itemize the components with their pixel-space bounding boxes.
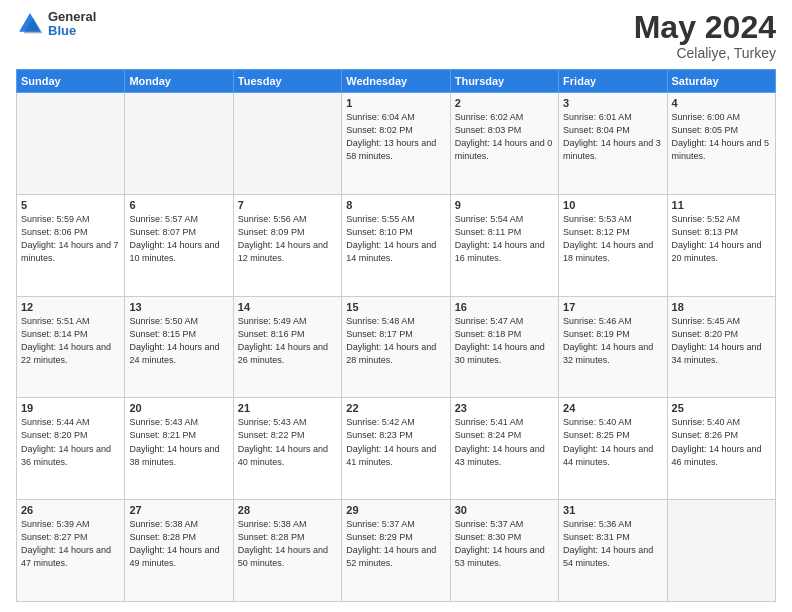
cell-content: Sunrise: 5:59 AM Sunset: 8:06 PM Dayligh…: [21, 213, 120, 265]
day-number: 25: [672, 402, 771, 414]
calendar-cell: 14Sunrise: 5:49 AM Sunset: 8:16 PM Dayli…: [233, 296, 341, 398]
cell-content: Sunrise: 6:01 AM Sunset: 8:04 PM Dayligh…: [563, 111, 662, 163]
location: Celaliye, Turkey: [634, 45, 776, 61]
cell-content: Sunrise: 5:38 AM Sunset: 8:28 PM Dayligh…: [129, 518, 228, 570]
calendar-week-row: 5Sunrise: 5:59 AM Sunset: 8:06 PM Daylig…: [17, 194, 776, 296]
day-number: 30: [455, 504, 554, 516]
weekday-header: Monday: [125, 70, 233, 93]
calendar-cell: [667, 500, 775, 602]
cell-content: Sunrise: 6:04 AM Sunset: 8:02 PM Dayligh…: [346, 111, 445, 163]
calendar-cell: [17, 93, 125, 195]
cell-content: Sunrise: 5:37 AM Sunset: 8:29 PM Dayligh…: [346, 518, 445, 570]
calendar-cell: 29Sunrise: 5:37 AM Sunset: 8:29 PM Dayli…: [342, 500, 450, 602]
weekday-header: Friday: [559, 70, 667, 93]
calendar-cell: 13Sunrise: 5:50 AM Sunset: 8:15 PM Dayli…: [125, 296, 233, 398]
cell-content: Sunrise: 5:52 AM Sunset: 8:13 PM Dayligh…: [672, 213, 771, 265]
cell-content: Sunrise: 5:57 AM Sunset: 8:07 PM Dayligh…: [129, 213, 228, 265]
calendar-cell: 9Sunrise: 5:54 AM Sunset: 8:11 PM Daylig…: [450, 194, 558, 296]
day-number: 23: [455, 402, 554, 414]
cell-content: Sunrise: 5:37 AM Sunset: 8:30 PM Dayligh…: [455, 518, 554, 570]
weekday-header: Thursday: [450, 70, 558, 93]
calendar-cell: 31Sunrise: 5:36 AM Sunset: 8:31 PM Dayli…: [559, 500, 667, 602]
day-number: 13: [129, 301, 228, 313]
calendar-cell: 16Sunrise: 5:47 AM Sunset: 8:18 PM Dayli…: [450, 296, 558, 398]
calendar-cell: 12Sunrise: 5:51 AM Sunset: 8:14 PM Dayli…: [17, 296, 125, 398]
day-number: 16: [455, 301, 554, 313]
weekday-header-row: SundayMondayTuesdayWednesdayThursdayFrid…: [17, 70, 776, 93]
header: General Blue May 2024 Celaliye, Turkey: [16, 10, 776, 61]
cell-content: Sunrise: 5:40 AM Sunset: 8:26 PM Dayligh…: [672, 416, 771, 468]
cell-content: Sunrise: 5:36 AM Sunset: 8:31 PM Dayligh…: [563, 518, 662, 570]
calendar-cell: 5Sunrise: 5:59 AM Sunset: 8:06 PM Daylig…: [17, 194, 125, 296]
day-number: 5: [21, 199, 120, 211]
calendar-cell: 20Sunrise: 5:43 AM Sunset: 8:21 PM Dayli…: [125, 398, 233, 500]
day-number: 24: [563, 402, 662, 414]
weekday-header: Wednesday: [342, 70, 450, 93]
calendar-cell: 30Sunrise: 5:37 AM Sunset: 8:30 PM Dayli…: [450, 500, 558, 602]
cell-content: Sunrise: 5:56 AM Sunset: 8:09 PM Dayligh…: [238, 213, 337, 265]
logo-icon: [16, 10, 44, 38]
day-number: 26: [21, 504, 120, 516]
calendar-cell: 26Sunrise: 5:39 AM Sunset: 8:27 PM Dayli…: [17, 500, 125, 602]
calendar-week-row: 26Sunrise: 5:39 AM Sunset: 8:27 PM Dayli…: [17, 500, 776, 602]
calendar-cell: 4Sunrise: 6:00 AM Sunset: 8:05 PM Daylig…: [667, 93, 775, 195]
cell-content: Sunrise: 5:47 AM Sunset: 8:18 PM Dayligh…: [455, 315, 554, 367]
calendar-cell: 1Sunrise: 6:04 AM Sunset: 8:02 PM Daylig…: [342, 93, 450, 195]
calendar-week-row: 12Sunrise: 5:51 AM Sunset: 8:14 PM Dayli…: [17, 296, 776, 398]
calendar-cell: [233, 93, 341, 195]
day-number: 4: [672, 97, 771, 109]
cell-content: Sunrise: 5:38 AM Sunset: 8:28 PM Dayligh…: [238, 518, 337, 570]
cell-content: Sunrise: 5:40 AM Sunset: 8:25 PM Dayligh…: [563, 416, 662, 468]
calendar-cell: 6Sunrise: 5:57 AM Sunset: 8:07 PM Daylig…: [125, 194, 233, 296]
day-number: 27: [129, 504, 228, 516]
day-number: 22: [346, 402, 445, 414]
calendar-cell: 10Sunrise: 5:53 AM Sunset: 8:12 PM Dayli…: [559, 194, 667, 296]
cell-content: Sunrise: 5:45 AM Sunset: 8:20 PM Dayligh…: [672, 315, 771, 367]
calendar-cell: 3Sunrise: 6:01 AM Sunset: 8:04 PM Daylig…: [559, 93, 667, 195]
calendar-cell: 11Sunrise: 5:52 AM Sunset: 8:13 PM Dayli…: [667, 194, 775, 296]
month-title: May 2024: [634, 10, 776, 45]
cell-content: Sunrise: 5:41 AM Sunset: 8:24 PM Dayligh…: [455, 416, 554, 468]
cell-content: Sunrise: 5:43 AM Sunset: 8:22 PM Dayligh…: [238, 416, 337, 468]
calendar-cell: [125, 93, 233, 195]
cell-content: Sunrise: 5:53 AM Sunset: 8:12 PM Dayligh…: [563, 213, 662, 265]
day-number: 9: [455, 199, 554, 211]
cell-content: Sunrise: 5:51 AM Sunset: 8:14 PM Dayligh…: [21, 315, 120, 367]
cell-content: Sunrise: 5:54 AM Sunset: 8:11 PM Dayligh…: [455, 213, 554, 265]
weekday-header: Saturday: [667, 70, 775, 93]
calendar-cell: 22Sunrise: 5:42 AM Sunset: 8:23 PM Dayli…: [342, 398, 450, 500]
day-number: 31: [563, 504, 662, 516]
calendar-cell: 2Sunrise: 6:02 AM Sunset: 8:03 PM Daylig…: [450, 93, 558, 195]
calendar-cell: 8Sunrise: 5:55 AM Sunset: 8:10 PM Daylig…: [342, 194, 450, 296]
cell-content: Sunrise: 5:43 AM Sunset: 8:21 PM Dayligh…: [129, 416, 228, 468]
day-number: 11: [672, 199, 771, 211]
day-number: 15: [346, 301, 445, 313]
weekday-header: Sunday: [17, 70, 125, 93]
day-number: 28: [238, 504, 337, 516]
cell-content: Sunrise: 6:00 AM Sunset: 8:05 PM Dayligh…: [672, 111, 771, 163]
calendar-cell: 18Sunrise: 5:45 AM Sunset: 8:20 PM Dayli…: [667, 296, 775, 398]
day-number: 10: [563, 199, 662, 211]
calendar-cell: 19Sunrise: 5:44 AM Sunset: 8:20 PM Dayli…: [17, 398, 125, 500]
calendar-week-row: 1Sunrise: 6:04 AM Sunset: 8:02 PM Daylig…: [17, 93, 776, 195]
calendar-cell: 24Sunrise: 5:40 AM Sunset: 8:25 PM Dayli…: [559, 398, 667, 500]
calendar-cell: 28Sunrise: 5:38 AM Sunset: 8:28 PM Dayli…: [233, 500, 341, 602]
day-number: 6: [129, 199, 228, 211]
day-number: 1: [346, 97, 445, 109]
calendar-table: SundayMondayTuesdayWednesdayThursdayFrid…: [16, 69, 776, 602]
calendar-cell: 17Sunrise: 5:46 AM Sunset: 8:19 PM Dayli…: [559, 296, 667, 398]
cell-content: Sunrise: 5:42 AM Sunset: 8:23 PM Dayligh…: [346, 416, 445, 468]
calendar-cell: 15Sunrise: 5:48 AM Sunset: 8:17 PM Dayli…: [342, 296, 450, 398]
day-number: 3: [563, 97, 662, 109]
cell-content: Sunrise: 5:46 AM Sunset: 8:19 PM Dayligh…: [563, 315, 662, 367]
cell-content: Sunrise: 5:49 AM Sunset: 8:16 PM Dayligh…: [238, 315, 337, 367]
calendar-cell: 25Sunrise: 5:40 AM Sunset: 8:26 PM Dayli…: [667, 398, 775, 500]
day-number: 8: [346, 199, 445, 211]
calendar-cell: 7Sunrise: 5:56 AM Sunset: 8:09 PM Daylig…: [233, 194, 341, 296]
cell-content: Sunrise: 5:44 AM Sunset: 8:20 PM Dayligh…: [21, 416, 120, 468]
day-number: 7: [238, 199, 337, 211]
logo-text: General Blue: [48, 10, 96, 39]
title-block: May 2024 Celaliye, Turkey: [634, 10, 776, 61]
day-number: 29: [346, 504, 445, 516]
calendar-week-row: 19Sunrise: 5:44 AM Sunset: 8:20 PM Dayli…: [17, 398, 776, 500]
